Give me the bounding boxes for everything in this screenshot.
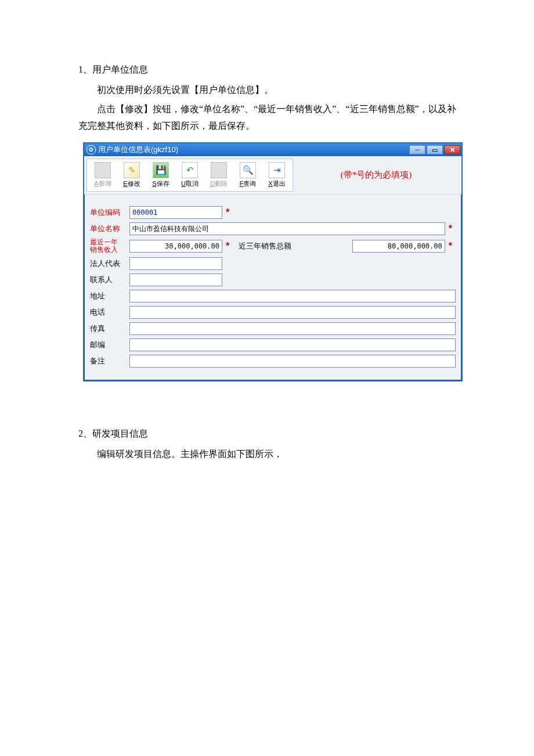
required-hint: (带*号的为必填项) [293,159,459,192]
input-addr[interactable] [129,290,456,303]
section-1-para-2: 点击【修改】按钮，修改“单位名称”、“最近一年销售收入”、“近三年销售总额”，以… [78,101,459,135]
undo-icon: ↶ [182,162,198,178]
window-title: 用户单位信息表(gkzf10) [98,145,409,155]
label-code: 单位编码 [90,207,129,218]
input-legal[interactable] [129,257,222,270]
exit-button[interactable]: ⇥ X退出 [262,160,291,190]
titlebar[interactable]: ✪ 用户单位信息表(gkzf10) ─ ▭ ✕ [84,143,461,156]
delete-icon [211,162,227,178]
app-window: ✪ 用户单位信息表(gkzf10) ─ ▭ ✕ A新增 ✎ E修改 💾 [83,142,463,381]
input-code[interactable] [129,206,222,219]
add-icon [95,162,111,178]
save-button[interactable]: 💾 S保存 [146,160,175,190]
input-note[interactable] [129,355,456,368]
edit-label: E修改 [123,179,140,188]
label-name: 单位名称 [90,224,129,234]
input-fax[interactable] [129,322,456,335]
form: 单位编码 * 单位名称 * 最近一年 销售收入 * 近三年销售总额 * 法人代表 [84,195,461,380]
label-legal: 法人代表 [90,258,129,269]
undo-label: U取消 [181,179,199,188]
edit-button[interactable]: ✎ E修改 [117,160,146,190]
star-icon: * [226,207,229,218]
label-tel: 电话 [90,307,129,318]
label-addr: 地址 [90,291,129,301]
add-label: A新增 [94,179,111,188]
label-rev1: 最近一年 销售收入 [90,239,129,253]
add-button[interactable]: A新增 [88,160,117,190]
section-1-title: 1、用户单位信息 [78,64,459,76]
section-1-para-1: 初次使用时必须先设置【用户单位信息】。 [78,82,459,99]
label-fax: 传真 [90,323,129,334]
minimize-button[interactable]: ─ [409,145,425,154]
input-rev1[interactable] [129,240,222,253]
exit-icon: ⇥ [269,162,285,178]
find-label: F查询 [240,179,257,188]
find-icon: 🔍 [240,162,256,178]
star-icon-4: * [449,241,452,251]
section-2-para-1: 编辑研发项目信息。主操作界面如下图所示， [78,446,459,463]
exit-label: X退出 [268,179,285,188]
edit-icon: ✎ [124,162,140,178]
label-rev3: 近三年销售总额 [233,241,295,251]
label-contact: 联系人 [90,275,129,285]
find-button[interactable]: 🔍 F查询 [233,160,262,190]
toolbar: A新增 ✎ E修改 💾 S保存 ↶ U取消 D删除 [84,156,461,195]
input-zip[interactable] [129,339,456,351]
close-button[interactable]: ✕ [444,145,460,154]
app-icon: ✪ [86,145,96,154]
input-rev3[interactable] [352,240,445,253]
delete-label: D删除 [210,179,228,188]
undo-button[interactable]: ↶ U取消 [175,160,204,190]
label-note: 备注 [90,356,129,366]
input-tel[interactable] [129,306,456,319]
input-contact[interactable] [129,273,222,286]
star-icon-3: * [226,241,229,251]
label-zip: 邮编 [90,340,129,350]
section-2-title: 2、研发项目信息 [78,428,459,440]
save-label: S保存 [152,179,169,188]
maximize-button[interactable]: ▭ [427,145,443,154]
save-icon: 💾 [153,162,169,178]
input-name[interactable] [129,222,445,235]
star-icon-2: * [449,224,452,234]
delete-button[interactable]: D删除 [204,160,233,190]
